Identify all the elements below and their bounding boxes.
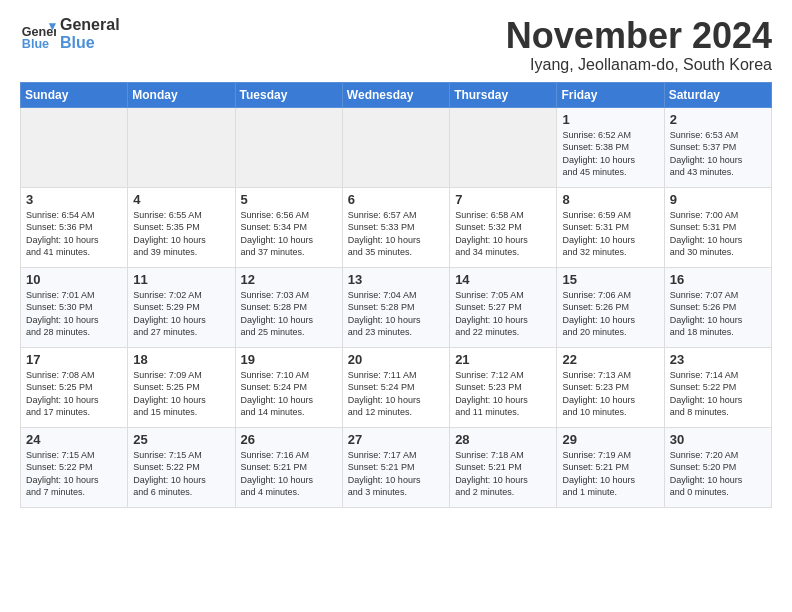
- day-cell: 29Sunrise: 7:19 AM Sunset: 5:21 PM Dayli…: [557, 427, 664, 507]
- day-cell: 23Sunrise: 7:14 AM Sunset: 5:22 PM Dayli…: [664, 347, 771, 427]
- day-info: Sunrise: 7:20 AM Sunset: 5:20 PM Dayligh…: [670, 449, 766, 499]
- header-day-saturday: Saturday: [664, 82, 771, 107]
- day-number: 13: [348, 272, 444, 287]
- day-info: Sunrise: 7:04 AM Sunset: 5:28 PM Dayligh…: [348, 289, 444, 339]
- day-cell: 28Sunrise: 7:18 AM Sunset: 5:21 PM Dayli…: [450, 427, 557, 507]
- day-number: 27: [348, 432, 444, 447]
- day-info: Sunrise: 7:16 AM Sunset: 5:21 PM Dayligh…: [241, 449, 337, 499]
- day-number: 21: [455, 352, 551, 367]
- day-info: Sunrise: 7:14 AM Sunset: 5:22 PM Dayligh…: [670, 369, 766, 419]
- day-cell: [128, 107, 235, 187]
- day-number: 4: [133, 192, 229, 207]
- day-cell: 20Sunrise: 7:11 AM Sunset: 5:24 PM Dayli…: [342, 347, 449, 427]
- day-info: Sunrise: 7:18 AM Sunset: 5:21 PM Dayligh…: [455, 449, 551, 499]
- day-number: 11: [133, 272, 229, 287]
- svg-text:Blue: Blue: [22, 37, 49, 51]
- day-number: 18: [133, 352, 229, 367]
- day-number: 9: [670, 192, 766, 207]
- day-cell: 7Sunrise: 6:58 AM Sunset: 5:32 PM Daylig…: [450, 187, 557, 267]
- header-day-sunday: Sunday: [21, 82, 128, 107]
- day-info: Sunrise: 7:11 AM Sunset: 5:24 PM Dayligh…: [348, 369, 444, 419]
- day-number: 10: [26, 272, 122, 287]
- day-cell: 8Sunrise: 6:59 AM Sunset: 5:31 PM Daylig…: [557, 187, 664, 267]
- calendar-container: General Blue General Blue November 2024 …: [0, 0, 792, 518]
- day-cell: [342, 107, 449, 187]
- day-number: 16: [670, 272, 766, 287]
- day-info: Sunrise: 7:05 AM Sunset: 5:27 PM Dayligh…: [455, 289, 551, 339]
- day-info: Sunrise: 6:56 AM Sunset: 5:34 PM Dayligh…: [241, 209, 337, 259]
- day-cell: 26Sunrise: 7:16 AM Sunset: 5:21 PM Dayli…: [235, 427, 342, 507]
- day-info: Sunrise: 7:09 AM Sunset: 5:25 PM Dayligh…: [133, 369, 229, 419]
- header: General Blue General Blue November 2024 …: [20, 16, 772, 74]
- day-number: 2: [670, 112, 766, 127]
- day-info: Sunrise: 6:58 AM Sunset: 5:32 PM Dayligh…: [455, 209, 551, 259]
- logo-general: General: [60, 16, 120, 34]
- day-info: Sunrise: 7:15 AM Sunset: 5:22 PM Dayligh…: [133, 449, 229, 499]
- day-info: Sunrise: 7:00 AM Sunset: 5:31 PM Dayligh…: [670, 209, 766, 259]
- day-number: 12: [241, 272, 337, 287]
- day-info: Sunrise: 7:17 AM Sunset: 5:21 PM Dayligh…: [348, 449, 444, 499]
- day-cell: 22Sunrise: 7:13 AM Sunset: 5:23 PM Dayli…: [557, 347, 664, 427]
- day-info: Sunrise: 7:12 AM Sunset: 5:23 PM Dayligh…: [455, 369, 551, 419]
- calendar-subtitle: Iyang, Jeollanam-do, South Korea: [506, 56, 772, 74]
- header-day-tuesday: Tuesday: [235, 82, 342, 107]
- day-number: 7: [455, 192, 551, 207]
- day-cell: 13Sunrise: 7:04 AM Sunset: 5:28 PM Dayli…: [342, 267, 449, 347]
- week-row-1: 1Sunrise: 6:52 AM Sunset: 5:38 PM Daylig…: [21, 107, 772, 187]
- day-cell: 1Sunrise: 6:52 AM Sunset: 5:38 PM Daylig…: [557, 107, 664, 187]
- day-cell: 2Sunrise: 6:53 AM Sunset: 5:37 PM Daylig…: [664, 107, 771, 187]
- day-number: 17: [26, 352, 122, 367]
- day-cell: 12Sunrise: 7:03 AM Sunset: 5:28 PM Dayli…: [235, 267, 342, 347]
- day-info: Sunrise: 6:59 AM Sunset: 5:31 PM Dayligh…: [562, 209, 658, 259]
- calendar-header-row: SundayMondayTuesdayWednesdayThursdayFrid…: [21, 82, 772, 107]
- day-info: Sunrise: 6:57 AM Sunset: 5:33 PM Dayligh…: [348, 209, 444, 259]
- day-cell: [21, 107, 128, 187]
- day-number: 1: [562, 112, 658, 127]
- day-cell: 27Sunrise: 7:17 AM Sunset: 5:21 PM Dayli…: [342, 427, 449, 507]
- day-number: 22: [562, 352, 658, 367]
- day-info: Sunrise: 7:19 AM Sunset: 5:21 PM Dayligh…: [562, 449, 658, 499]
- day-number: 30: [670, 432, 766, 447]
- day-cell: 3Sunrise: 6:54 AM Sunset: 5:36 PM Daylig…: [21, 187, 128, 267]
- day-cell: 19Sunrise: 7:10 AM Sunset: 5:24 PM Dayli…: [235, 347, 342, 427]
- day-info: Sunrise: 7:02 AM Sunset: 5:29 PM Dayligh…: [133, 289, 229, 339]
- day-number: 24: [26, 432, 122, 447]
- day-cell: 17Sunrise: 7:08 AM Sunset: 5:25 PM Dayli…: [21, 347, 128, 427]
- logo-icon: General Blue: [20, 16, 56, 52]
- day-info: Sunrise: 7:13 AM Sunset: 5:23 PM Dayligh…: [562, 369, 658, 419]
- day-number: 6: [348, 192, 444, 207]
- day-cell: 5Sunrise: 6:56 AM Sunset: 5:34 PM Daylig…: [235, 187, 342, 267]
- day-info: Sunrise: 6:54 AM Sunset: 5:36 PM Dayligh…: [26, 209, 122, 259]
- day-number: 29: [562, 432, 658, 447]
- day-cell: 15Sunrise: 7:06 AM Sunset: 5:26 PM Dayli…: [557, 267, 664, 347]
- day-number: 28: [455, 432, 551, 447]
- day-info: Sunrise: 7:15 AM Sunset: 5:22 PM Dayligh…: [26, 449, 122, 499]
- day-number: 14: [455, 272, 551, 287]
- day-cell: 16Sunrise: 7:07 AM Sunset: 5:26 PM Dayli…: [664, 267, 771, 347]
- day-cell: 18Sunrise: 7:09 AM Sunset: 5:25 PM Dayli…: [128, 347, 235, 427]
- header-day-monday: Monday: [128, 82, 235, 107]
- day-number: 25: [133, 432, 229, 447]
- day-cell: 21Sunrise: 7:12 AM Sunset: 5:23 PM Dayli…: [450, 347, 557, 427]
- day-number: 23: [670, 352, 766, 367]
- day-number: 8: [562, 192, 658, 207]
- day-cell: 30Sunrise: 7:20 AM Sunset: 5:20 PM Dayli…: [664, 427, 771, 507]
- day-info: Sunrise: 6:55 AM Sunset: 5:35 PM Dayligh…: [133, 209, 229, 259]
- day-cell: [450, 107, 557, 187]
- day-cell: 9Sunrise: 7:00 AM Sunset: 5:31 PM Daylig…: [664, 187, 771, 267]
- day-cell: [235, 107, 342, 187]
- week-row-3: 10Sunrise: 7:01 AM Sunset: 5:30 PM Dayli…: [21, 267, 772, 347]
- day-number: 3: [26, 192, 122, 207]
- logo: General Blue General Blue: [20, 16, 120, 52]
- day-number: 19: [241, 352, 337, 367]
- day-number: 15: [562, 272, 658, 287]
- day-info: Sunrise: 7:07 AM Sunset: 5:26 PM Dayligh…: [670, 289, 766, 339]
- calendar-title: November 2024: [506, 16, 772, 56]
- day-info: Sunrise: 6:53 AM Sunset: 5:37 PM Dayligh…: [670, 129, 766, 179]
- day-cell: 4Sunrise: 6:55 AM Sunset: 5:35 PM Daylig…: [128, 187, 235, 267]
- day-cell: 10Sunrise: 7:01 AM Sunset: 5:30 PM Dayli…: [21, 267, 128, 347]
- day-cell: 6Sunrise: 6:57 AM Sunset: 5:33 PM Daylig…: [342, 187, 449, 267]
- day-number: 20: [348, 352, 444, 367]
- week-row-4: 17Sunrise: 7:08 AM Sunset: 5:25 PM Dayli…: [21, 347, 772, 427]
- day-cell: 25Sunrise: 7:15 AM Sunset: 5:22 PM Dayli…: [128, 427, 235, 507]
